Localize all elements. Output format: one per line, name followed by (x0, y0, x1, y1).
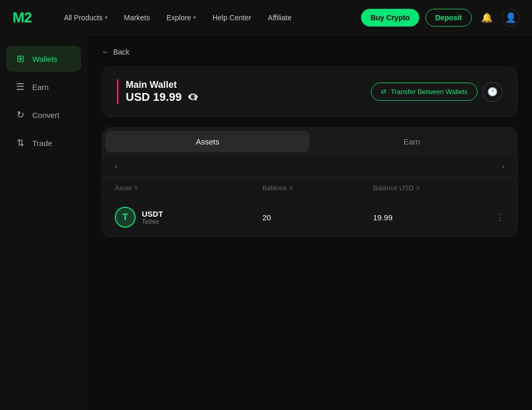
transfer-icon: ⇄ (381, 88, 387, 96)
nav-help-center[interactable]: Help Center (205, 9, 259, 26)
nav: All Products ▾ Markets Explore ▾ Help Ce… (57, 9, 344, 26)
tab-pagination-arrows: ‹ › (102, 155, 517, 178)
asset-cell: T USDT Tether (115, 207, 262, 228)
asset-name: USDT (142, 209, 163, 218)
logo: M2 (12, 9, 32, 26)
history-button[interactable]: 🕐 (483, 82, 502, 102)
deposit-button[interactable]: Deposit (425, 9, 472, 27)
convert-icon: ↻ (15, 109, 26, 121)
row-more-button[interactable]: ⋮ (484, 211, 504, 223)
sort-balance-usd-icon[interactable]: ⇅ (416, 185, 420, 191)
history-icon: 🕐 (487, 87, 498, 97)
transfer-between-wallets-button[interactable]: ⇄ Transfer Between Wallets (371, 83, 477, 101)
buy-crypto-button[interactable]: Buy Crypto (361, 9, 419, 27)
sort-asset-icon[interactable]: ⇅ (134, 185, 138, 191)
col-balance-usd: Balance USD ⇅ (373, 184, 484, 192)
nav-all-products[interactable]: All Products ▾ (57, 9, 115, 26)
nav-affiliate[interactable]: Affiliate (261, 9, 299, 26)
col-balance: Balance ⇅ (262, 184, 373, 192)
asset-ticker: Tether (142, 218, 163, 226)
tab-assets[interactable]: Assets (105, 131, 310, 152)
sidebar: ⊞ Wallets ☰ Earn ↻ Convert ⇅ Trade (0, 35, 87, 410)
wallet-card: Main Wallet USD 19.99 👁‍🗨 ⇄ Transfer Bet… (102, 67, 517, 117)
wallet-actions: ⇄ Transfer Between Wallets 🕐 (371, 82, 502, 102)
wallet-balance: USD 19.99 👁‍🗨 (126, 90, 198, 104)
balance-usd-value: 19.99 (373, 213, 484, 222)
table-row: T USDT Tether 20 19.99 ⋮ (102, 199, 517, 236)
col-asset: Asset ⇅ (115, 184, 262, 192)
sidebar-item-trade[interactable]: ⇅ Trade (6, 130, 81, 156)
table-header: Asset ⇅ Balance ⇅ Balance USD ⇅ (102, 178, 517, 199)
nav-markets[interactable]: Markets (117, 9, 157, 26)
balance-value: 20 (262, 213, 373, 222)
back-button[interactable]: ← Back (102, 48, 517, 56)
tabs-container: Assets Earn ‹ › Asset ⇅ Balance ⇅ Balanc… (102, 127, 517, 237)
next-arrow-button[interactable]: › (498, 160, 509, 173)
wallet-name: Main Wallet (126, 80, 198, 90)
header-actions: Buy Crypto Deposit 🔔 👤 (361, 9, 520, 27)
chevron-down-icon: ▾ (193, 15, 196, 20)
trade-icon: ⇅ (15, 137, 26, 149)
main-content: ← Back Main Wallet USD 19.99 👁‍🗨 ⇄ Trans… (87, 35, 532, 410)
prev-arrow-button[interactable]: ‹ (111, 160, 122, 173)
wallet-icon: ⊞ (15, 53, 26, 64)
tabs-header: Assets Earn (102, 128, 517, 155)
layout: ⊞ Wallets ☰ Earn ↻ Convert ⇅ Trade ← Bac… (0, 35, 532, 410)
chevron-down-icon: ▾ (105, 15, 108, 20)
tab-earn[interactable]: Earn (310, 131, 514, 152)
earn-icon: ☰ (15, 81, 26, 92)
usdt-icon: T (115, 207, 136, 228)
sidebar-item-wallets[interactable]: ⊞ Wallets (6, 46, 81, 72)
sidebar-item-earn[interactable]: ☰ Earn (6, 74, 81, 100)
sort-balance-icon[interactable]: ⇅ (289, 185, 293, 191)
wallet-info: Main Wallet USD 19.99 👁‍🗨 (117, 80, 198, 104)
header: M2 All Products ▾ Markets Explore ▾ Help… (0, 0, 532, 35)
user-profile-icon[interactable]: 👤 (502, 9, 520, 27)
asset-details: USDT Tether (142, 209, 163, 226)
arrow-left-icon: ← (102, 48, 109, 56)
notification-bell-icon[interactable]: 🔔 (478, 9, 496, 27)
hide-balance-icon[interactable]: 👁‍🗨 (187, 91, 198, 103)
nav-explore[interactable]: Explore ▾ (159, 9, 203, 26)
sidebar-item-convert[interactable]: ↻ Convert (6, 102, 81, 128)
